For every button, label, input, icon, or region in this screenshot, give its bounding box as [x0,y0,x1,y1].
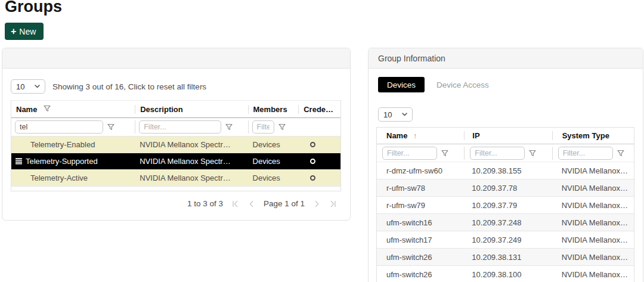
devices-table: Name ↑ IP System Type r-dmz-ufm-sw60 10.… [376,127,634,282]
devices-filter-row [377,144,634,162]
device-row[interactable]: r-dmz-ufm-sw60 10.209.38.155 NVIDIA Mell… [377,162,634,179]
previous-page-button[interactable] [249,200,254,207]
column-header-description[interactable]: Description [135,105,247,114]
filter-funnel-icon[interactable] [278,123,286,131]
reset-filters-link[interactable]: Showing 3 out of 16, Click to reset all … [52,82,206,91]
system-type-filter-input[interactable] [558,147,613,160]
group-row-telemetry-enabled[interactable]: Telemetry-Enabled NVIDIA Mellanox Spectr… [11,136,340,153]
first-page-button[interactable] [231,200,239,207]
devices-page-size-select[interactable]: 10 [378,107,413,122]
column-header-members[interactable]: Members [248,105,299,114]
device-row[interactable]: ufm-switch17 10.209.37.249 NVIDIA Mellan… [377,231,634,249]
column-header-device-name[interactable]: Name ↑ [377,131,464,140]
device-row[interactable]: r-ufm-sw78 10.209.37.78 NVIDIA Mellanox… [377,179,634,197]
new-group-button[interactable]: +New [5,23,44,40]
new-button-label: New [19,27,36,36]
filter-funnel-icon[interactable] [529,150,536,157]
pagination-page-label: Page 1 of 1 [264,199,305,208]
ip-filter-input[interactable] [470,147,525,160]
credentials-status-icon [310,175,315,181]
group-list-icon [15,158,23,165]
chevron-down-icon [35,85,40,88]
plus-icon: + [11,27,16,36]
tab-devices[interactable]: Devices [378,77,425,92]
groups-panel: 10 Showing 3 out of 16, Click to reset a… [2,48,351,221]
groups-table: Name Description Members Crede… Tel [11,100,341,191]
device-row[interactable]: ufm-switch26 10.209.38.100 NVIDIA Mellan… [377,266,634,282]
groups-page-size-select[interactable]: 10 [11,79,45,94]
chevron-down-icon [402,113,407,116]
credentials-status-icon [310,159,315,164]
group-information-panel: Group Information Devices Device Access … [368,48,643,282]
group-row-telemetry-supported[interactable]: Telemetry-Supported NVIDIA Mellanox Spec… [11,153,340,169]
tab-device-access[interactable]: Device Access [435,77,490,92]
device-row[interactable]: r-ufm-sw79 10.209.37.79 NVIDIA Mellanox… [377,197,634,214]
column-header-system-type[interactable]: System Type [552,131,634,140]
sort-ascending-icon: ↑ [413,132,417,140]
devices-page-size-value: 10 [383,110,392,119]
members-filter-input[interactable] [252,120,274,134]
group-information-title: Group Information [369,48,643,69]
device-row[interactable]: ufm-switch16 10.209.37.248 NVIDIA Mellan… [377,214,634,231]
groups-panel-toolbar [2,48,350,69]
filter-funnel-icon [44,105,51,112]
groups-table-header: Name Description Members Crede… [11,101,340,118]
device-row[interactable]: ufm-switch26 10.209.38.131 NVIDIA Mellan… [377,249,634,266]
column-header-credentials[interactable]: Crede… [298,105,340,114]
last-page-button[interactable] [329,200,337,207]
column-header-ip[interactable]: IP [464,131,552,140]
groups-pagination: 1 to 3 of 3 Page 1 of 1 [2,199,337,208]
next-page-button[interactable] [314,200,320,207]
credentials-status-icon [310,142,315,147]
filter-funnel-icon[interactable] [107,123,114,131]
name-filter-input[interactable] [15,120,103,134]
group-info-tabs: Devices Device Access [378,77,643,92]
filter-funnel-icon[interactable] [225,123,233,131]
description-filter-input[interactable] [139,120,221,134]
filter-funnel-icon[interactable] [441,150,448,157]
device-name-filter-input[interactable] [382,147,437,160]
groups-filter-row [11,118,340,136]
group-row-telemetry-active[interactable]: Telemetry-Active NVIDIA Mellanox Spectr…… [11,169,340,186]
groups-page-size-value: 10 [16,82,24,91]
devices-table-header: Name ↑ IP System Type [377,128,634,144]
pagination-range: 1 to 3 of 3 [187,199,223,208]
filter-funnel-icon[interactable] [617,150,624,157]
page-title: Groups [5,0,62,16]
column-header-name[interactable]: Name [11,105,135,114]
